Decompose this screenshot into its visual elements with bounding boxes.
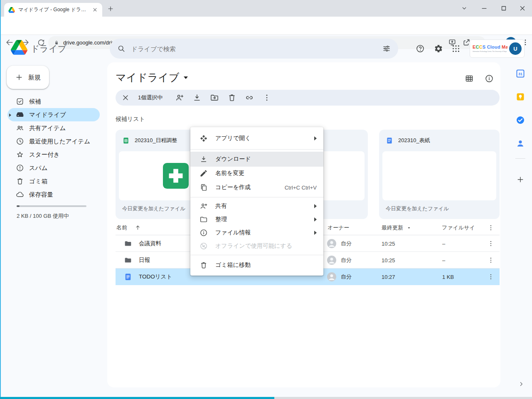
- new-button[interactable]: 新規: [7, 66, 49, 89]
- copy-icon: [200, 183, 208, 192]
- column-size[interactable]: ファイルサイ: [442, 224, 475, 232]
- trash-icon: [16, 177, 24, 185]
- sidebar-item-suggested[interactable]: 候補: [0, 95, 106, 108]
- clock-icon: [16, 137, 24, 145]
- browser-tab[interactable]: マイドライブ - Google ドライブ: [4, 3, 102, 17]
- settings-gear-icon[interactable]: [434, 44, 443, 53]
- menu-item-rename[interactable]: 名前を変更: [190, 167, 323, 180]
- star-icon: [16, 150, 24, 159]
- sidebar-item-trash[interactable]: ゴミ箱: [0, 175, 106, 188]
- search-bar[interactable]: [110, 39, 398, 59]
- tab-title: マイドライブ - Google ドライブ: [18, 6, 89, 13]
- context-menu: アプリで開く ダウンロード 名前を変更 コピーを作成 Ctrl+C Ctrl+V…: [190, 127, 323, 276]
- tab-close-icon[interactable]: [92, 7, 98, 13]
- sort-down-icon[interactable]: [406, 225, 411, 230]
- sidebar-item-starred[interactable]: スター付き: [0, 148, 106, 161]
- sort-up-icon[interactable]: [135, 224, 141, 231]
- menu-item-copy[interactable]: コピーを作成 Ctrl+C Ctrl+V: [190, 180, 323, 195]
- contacts-icon[interactable]: [515, 138, 525, 148]
- share-icon[interactable]: [462, 38, 470, 47]
- tasks-icon[interactable]: [515, 115, 525, 125]
- chevron-right-icon[interactable]: [518, 381, 525, 387]
- folder-move-icon[interactable]: [210, 93, 219, 102]
- sidebar-item-recent[interactable]: 最近使用したアイテム: [0, 135, 106, 148]
- more-vert-icon[interactable]: [487, 240, 495, 247]
- row-modified: 10:25: [382, 252, 395, 268]
- row-name: 日報: [139, 252, 150, 268]
- more-vert-icon[interactable]: [487, 273, 495, 281]
- grid-view-icon[interactable]: [465, 74, 474, 83]
- sidebar-item-shared[interactable]: 共有アイテム: [0, 121, 106, 135]
- app-name: ドライブ: [31, 43, 66, 54]
- more-vert-icon[interactable]: [487, 224, 495, 232]
- sidebar-item-my-drive[interactable]: マイドライブ: [0, 108, 106, 121]
- submenu-arrow-icon: [314, 136, 317, 140]
- doc-file-icon: [124, 273, 132, 281]
- account-badge-title: ECCS Cloud Mail: [473, 44, 507, 49]
- card-caption: 今日変更を加えたファイル: [379, 200, 500, 212]
- page-title-row[interactable]: マイドライブ: [116, 71, 188, 84]
- menu-item-share[interactable]: 共有: [190, 200, 323, 213]
- sidebar-item-spam[interactable]: スパム: [0, 161, 106, 175]
- column-name[interactable]: 名前: [116, 224, 127, 232]
- new-tab-icon[interactable]: [107, 5, 114, 12]
- cloud-icon: [16, 190, 24, 199]
- calendar-icon[interactable]: 31: [515, 69, 525, 79]
- more-vert-icon[interactable]: [262, 93, 271, 102]
- pencil-icon: [200, 169, 208, 177]
- share-person-add-icon[interactable]: [175, 93, 184, 102]
- more-vert-icon[interactable]: [487, 256, 495, 264]
- search-input[interactable]: [131, 45, 377, 52]
- column-modified[interactable]: 最終更新: [382, 224, 403, 232]
- help-icon[interactable]: [416, 44, 425, 53]
- panel-divider: [515, 158, 525, 159]
- svg-text:31: 31: [518, 72, 522, 76]
- menu-shortcut: Ctrl+C Ctrl+V: [285, 185, 317, 191]
- menu-item-file-info[interactable]: ファイル情報: [190, 226, 323, 239]
- sidebar-item-storage[interactable]: 保存容量: [0, 188, 106, 201]
- doc-file-icon: [386, 137, 393, 144]
- download-icon[interactable]: [192, 93, 202, 102]
- info-icon: [200, 229, 208, 237]
- trash-icon: [200, 261, 208, 269]
- maximize-icon[interactable]: [500, 5, 507, 12]
- keep-icon[interactable]: [515, 92, 525, 102]
- person-add-icon: [200, 202, 208, 210]
- browser-toolbar: drive.google.com/drive/my-drive U: [0, 17, 532, 35]
- minimize-icon[interactable]: [480, 5, 488, 12]
- row-modified: 10:27: [382, 268, 395, 285]
- open-with-icon: [200, 134, 208, 143]
- download-icon: [200, 155, 208, 163]
- add-addon-icon[interactable]: [516, 175, 525, 184]
- drive-logo-icon: [11, 40, 27, 55]
- info-icon[interactable]: [485, 74, 494, 83]
- title-dropdown-icon[interactable]: [184, 76, 188, 79]
- drive-favicon-icon: [8, 7, 15, 13]
- search-icon: [117, 44, 126, 53]
- window-chevron-icon[interactable]: [461, 5, 468, 12]
- menu-item-organize[interactable]: 整理: [190, 213, 323, 226]
- folder-fill-icon: [124, 239, 132, 248]
- row-owner: 自分: [341, 252, 352, 268]
- link-icon[interactable]: [245, 93, 254, 102]
- apps-grid-icon[interactable]: [451, 44, 461, 53]
- offline-icon: [200, 242, 208, 250]
- menu-divider: [190, 149, 323, 150]
- row-modified: 10:25: [382, 235, 395, 252]
- row-size: –: [442, 252, 445, 268]
- menu-item-download[interactable]: ダウンロード: [190, 152, 323, 167]
- storage-progress-bar: [17, 205, 86, 207]
- trash-icon[interactable]: [227, 93, 236, 102]
- clear-selection-icon[interactable]: [121, 94, 130, 102]
- expand-arrow-icon[interactable]: [9, 113, 11, 117]
- drive-avatar[interactable]: U: [509, 42, 522, 55]
- tune-icon[interactable]: [382, 44, 391, 53]
- file-card-cover[interactable]: 202310_表紙 今日変更を加えたファイル: [379, 130, 500, 219]
- new-button-label: 新規: [28, 74, 41, 81]
- menu-item-open-with[interactable]: アプリで開く: [190, 130, 323, 147]
- menu-item-move-to-trash[interactable]: ゴミ箱に移動: [190, 257, 323, 273]
- column-owner[interactable]: オーナー: [328, 224, 350, 232]
- account-badge[interactable]: ECCS Cloud Mail Information Technology C…: [470, 39, 525, 58]
- window-close-icon[interactable]: [519, 5, 526, 12]
- sheet-file-icon: [122, 137, 130, 144]
